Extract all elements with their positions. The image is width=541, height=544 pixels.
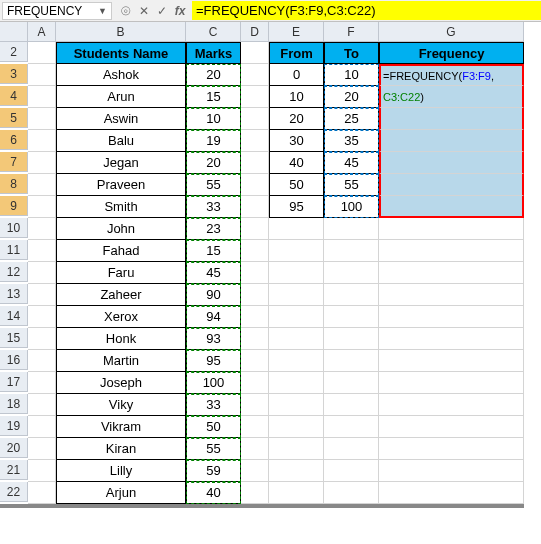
cell[interactable] (269, 306, 324, 328)
range-icon[interactable]: ⦾ (118, 4, 134, 18)
cell[interactable] (28, 460, 56, 482)
cell[interactable]: 95 (269, 196, 324, 218)
cell[interactable]: 45 (186, 262, 241, 284)
cell[interactable]: 94 (186, 306, 241, 328)
cell[interactable] (241, 218, 269, 240)
cell[interactable] (28, 438, 56, 460)
cell[interactable] (241, 64, 269, 86)
cell[interactable]: 20 (324, 86, 379, 108)
cell[interactable] (269, 328, 324, 350)
cell[interactable]: 55 (186, 438, 241, 460)
cell[interactable]: 10 (269, 86, 324, 108)
cell[interactable] (28, 284, 56, 306)
cell[interactable] (241, 196, 269, 218)
row-header[interactable]: 22 (0, 482, 28, 502)
cell[interactable]: 50 (269, 174, 324, 196)
cell[interactable] (269, 394, 324, 416)
cell[interactable]: 95 (186, 350, 241, 372)
cell[interactable] (379, 306, 524, 328)
cell[interactable] (28, 350, 56, 372)
row-header[interactable]: 9 (0, 196, 28, 216)
cell[interactable] (379, 240, 524, 262)
cell[interactable]: To (324, 42, 379, 64)
cell[interactable]: Xerox (56, 306, 186, 328)
cell[interactable] (324, 438, 379, 460)
cell[interactable] (269, 482, 324, 504)
cell[interactable] (379, 218, 524, 240)
active-cell[interactable]: =FREQUENCY(F3:F9, (379, 64, 524, 86)
cell[interactable] (324, 306, 379, 328)
cell[interactable]: 20 (186, 64, 241, 86)
cell[interactable]: Kiran (56, 438, 186, 460)
cell[interactable] (324, 482, 379, 504)
cell[interactable] (241, 262, 269, 284)
cell[interactable] (28, 240, 56, 262)
cell[interactable] (379, 328, 524, 350)
cell[interactable] (241, 350, 269, 372)
cell[interactable] (241, 328, 269, 350)
cell[interactable]: 90 (186, 284, 241, 306)
cell[interactable] (324, 218, 379, 240)
cell[interactable] (324, 416, 379, 438)
cell[interactable]: Balu (56, 130, 186, 152)
cell[interactable] (241, 130, 269, 152)
cell[interactable]: Frequency (379, 42, 524, 64)
row-header[interactable]: 16 (0, 350, 28, 370)
cell[interactable] (379, 284, 524, 306)
cell[interactable] (241, 240, 269, 262)
col-header[interactable]: A (28, 22, 56, 42)
cell[interactable] (28, 42, 56, 64)
cell[interactable]: C3:C22) (379, 86, 524, 108)
cell[interactable] (28, 328, 56, 350)
row-header[interactable]: 19 (0, 416, 28, 436)
cell[interactable]: 25 (324, 108, 379, 130)
cell[interactable] (28, 174, 56, 196)
cell[interactable] (241, 416, 269, 438)
cell[interactable]: Lilly (56, 460, 186, 482)
cell[interactable]: 30 (269, 130, 324, 152)
cell[interactable] (324, 460, 379, 482)
row-header[interactable]: 8 (0, 174, 28, 194)
cell[interactable] (324, 394, 379, 416)
cell[interactable]: Zaheer (56, 284, 186, 306)
cell[interactable] (28, 482, 56, 504)
cell[interactable] (379, 482, 524, 504)
cell[interactable] (324, 284, 379, 306)
cell[interactable] (269, 218, 324, 240)
cell[interactable]: 59 (186, 460, 241, 482)
cell[interactable] (28, 86, 56, 108)
cell[interactable]: Praveen (56, 174, 186, 196)
cell[interactable] (379, 416, 524, 438)
cell[interactable] (269, 438, 324, 460)
row-header[interactable]: 21 (0, 460, 28, 480)
cell[interactable]: Faru (56, 262, 186, 284)
cell[interactable]: Smith (56, 196, 186, 218)
cell[interactable]: 35 (324, 130, 379, 152)
cell[interactable] (28, 64, 56, 86)
cell[interactable] (28, 196, 56, 218)
cell[interactable] (269, 284, 324, 306)
cell[interactable] (269, 240, 324, 262)
cell[interactable] (379, 108, 524, 130)
cell[interactable] (324, 240, 379, 262)
cell[interactable]: 20 (186, 152, 241, 174)
cell[interactable]: 40 (186, 482, 241, 504)
col-header[interactable]: G (379, 22, 524, 42)
row-header[interactable]: 18 (0, 394, 28, 414)
cell[interactable]: Jegan (56, 152, 186, 174)
cell[interactable]: 100 (324, 196, 379, 218)
cell[interactable]: Ashok (56, 64, 186, 86)
cancel-icon[interactable]: ✕ (136, 4, 152, 18)
cell[interactable]: Students Name (56, 42, 186, 64)
cell[interactable] (379, 174, 524, 196)
row-header[interactable]: 3 (0, 64, 28, 84)
cell[interactable] (28, 394, 56, 416)
cell[interactable] (269, 460, 324, 482)
cell[interactable] (324, 372, 379, 394)
cell[interactable] (241, 394, 269, 416)
cell[interactable]: 55 (186, 174, 241, 196)
cell[interactable]: Vikram (56, 416, 186, 438)
accept-icon[interactable]: ✓ (154, 4, 170, 18)
cell[interactable]: From (269, 42, 324, 64)
cell[interactable] (269, 262, 324, 284)
